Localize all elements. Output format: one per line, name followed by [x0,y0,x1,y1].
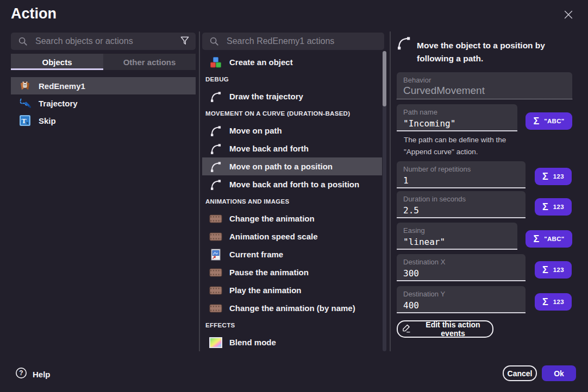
object-tabs: Objects Other actions [11,54,196,70]
close-button[interactable] [561,8,576,23]
svg-text:T: T [21,117,26,125]
curve-icon [209,124,222,137]
action-item-label: Animation speed scale [229,232,318,241]
search-icon [16,36,29,46]
path-name-helper-text: The path can be define with the "Append … [404,134,521,159]
action-item-play-the-animation[interactable]: Play the animation [202,281,382,299]
repetitions-input[interactable] [403,175,519,186]
tab-objects[interactable]: Objects [11,54,103,70]
filter-button[interactable] [179,35,190,48]
behavior-value: CurvedMovement [403,85,566,97]
curve-icon [209,142,222,155]
object-item-redenemy1[interactable]: RedEnemy1 [11,77,196,94]
destination-y-field: Destination Y [397,286,526,313]
action-item-label: Move back and forth [229,144,309,153]
repetitions-expression-button[interactable]: Σ 123 [535,168,572,185]
sigma-icon: Σ [533,116,539,126]
tab-other-actions[interactable]: Other actions [103,54,196,70]
section-header: ANIMATIONS AND IMAGES [202,193,382,210]
action-item-move-back-and-forth[interactable]: Move back and forth [202,140,382,157]
frame-icon [209,248,222,261]
film-icon [209,285,222,296]
action-item-label: Create an object [229,58,293,67]
curve-icon [209,178,222,191]
action-item-label: Move on path to a position [229,162,333,171]
easing-expression-button[interactable]: Σ "ABC" [526,230,572,248]
object-item-trajectory[interactable]: Trajectory [11,94,196,112]
action-item-animation-speed-scale[interactable]: Animation speed scale [202,227,382,245]
action-item-label: Move on path [229,126,282,135]
destination-x-field: Destination X [397,254,526,281]
action-item-change-the-animation[interactable]: Change the animation [202,210,382,227]
edit-action-events-label: Edit this action events [417,320,489,338]
action-item-current-frame[interactable]: Current frame [202,245,382,263]
destination-x-label: Destination X [403,258,519,266]
action-item-label: Blend mode [229,338,276,347]
actions-search-input[interactable] [226,36,379,47]
sigma-icon: Σ [542,172,548,181]
action-item-label: Play the animation [229,286,302,295]
action-item-label: Current frame [229,250,283,259]
path-name-field: Path name [397,104,517,131]
objects-search-input[interactable] [34,36,174,47]
destination-y-expression-button[interactable]: Σ 123 [535,293,572,311]
easing-input[interactable] [403,237,511,247]
film-icon [209,267,222,278]
curve-icon [396,35,412,53]
action-item-move-on-path[interactable]: Move on path [202,122,382,140]
action-item-move-back-and-forth-to-a-position[interactable]: Move back and forth to a position [202,175,382,193]
sigma-icon: Σ [542,297,548,307]
duration-field: Duration in seconds [397,191,526,218]
sigma-icon: Σ [542,202,548,212]
destination-y-input[interactable] [403,300,519,311]
object-item-label: Trajectory [39,99,78,108]
behavior-label: Behavior [403,76,566,84]
film-icon [209,303,222,314]
help-icon: ? [15,367,27,381]
repetitions-field: Number of repetitions [397,161,526,188]
action-item-create-an-object[interactable]: Create an object [202,53,382,71]
blend-icon [209,337,222,348]
duration-expression-button[interactable]: Σ 123 [535,198,572,216]
duration-label: Duration in seconds [403,195,519,203]
object-item-label: Skip [39,116,56,125]
action-item-blend-mode[interactable]: Blend mode [202,333,382,351]
help-label: Help [33,370,51,379]
action-list: Create an objectDEBUGDraw the trajectory… [202,53,382,351]
destination-x-expression-button[interactable]: Σ 123 [535,261,572,279]
action-item-draw-the-trajectory[interactable]: Draw the trajectory [202,87,382,105]
object-item-skip[interactable]: TxSkip [11,112,196,129]
destination-x-input[interactable] [403,268,519,279]
path-name-input[interactable] [403,118,511,129]
action-item-label: Move back and forth to a position [229,180,359,189]
path-name-label: Path name [403,108,511,116]
page-title: Action [11,5,57,22]
edit-action-events-button[interactable]: Edit this action events [397,320,493,338]
sigma-icon: Σ [533,234,539,244]
path-name-expression-button[interactable]: Σ "ABC" [526,112,572,130]
curve-icon [209,160,222,173]
actions-search-box [202,33,384,50]
cancel-button[interactable]: Cancel [503,365,537,381]
action-item-label: Change the animation (by name) [229,304,355,313]
action-item-move-on-path-to-a-position[interactable]: Move on path to a position [202,157,382,175]
action-item-label: Pause the animation [229,268,309,277]
filter-icon [179,35,190,48]
film-icon [209,213,222,224]
ok-button[interactable]: Ok [542,365,576,381]
action-item-label: Draw the trajectory [229,92,303,101]
help-button[interactable]: ? Help [15,367,51,381]
action-item-change-the-animation-by-name-[interactable]: Change the animation (by name) [202,299,382,317]
section-header: EFFECTS [202,317,382,333]
action-dialog: Action Objects Other actions RedEnemy1Tr… [0,0,588,392]
destination-y-label: Destination Y [403,290,519,298]
duration-input[interactable] [403,205,519,216]
behavior-field: Behavior CurvedMovement [397,72,572,99]
trajectory-icon [18,97,32,110]
section-header: DEBUG [202,71,382,87]
object-item-label: RedEnemy1 [39,81,85,91]
action-item-pause-the-animation[interactable]: Pause the animation [202,263,382,281]
scrollbar-thumb[interactable] [383,51,386,106]
repetitions-label: Number of repetitions [403,165,519,173]
divider-left [199,31,200,351]
